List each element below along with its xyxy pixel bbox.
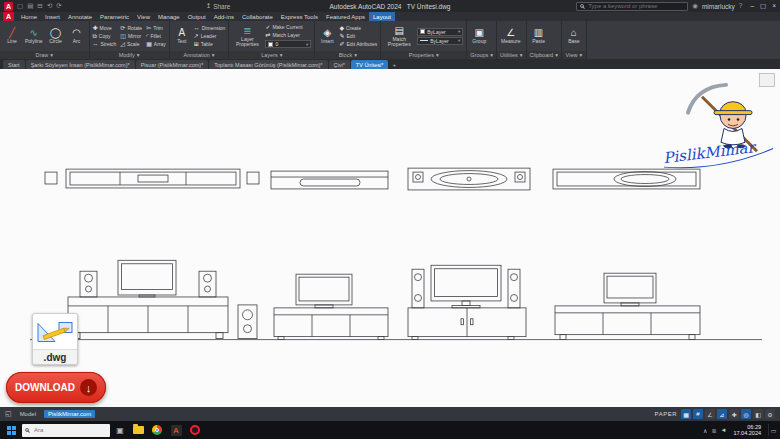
tab-manage[interactable]: Manage [154,12,184,21]
panel-annotation-footer[interactable]: Annotation ▾ [170,51,229,59]
fillet-tool[interactable]: ◜Fillet [146,33,166,40]
panel-properties-footer[interactable]: Properties ▾ [381,51,466,59]
scale-tool[interactable]: ◿Scale [120,41,142,48]
close-button[interactable]: × [772,2,776,10]
trim-tool[interactable]: ✂Trim [146,25,166,32]
tv-unit-top-view-4[interactable] [553,169,700,189]
table-tool[interactable]: ⊞Table [194,41,226,48]
tab-featured-apps[interactable]: Featured Apps [322,12,369,21]
layer-properties-tool[interactable]: ≣ Layer Properties [232,22,262,50]
minimize-button[interactable]: – [750,2,754,10]
help-icon[interactable]: ? [739,0,743,12]
chrome-icon[interactable] [149,422,165,438]
taskbar-search-input[interactable] [32,426,107,434]
arc-tool[interactable]: ◠ Arc [68,22,86,50]
edit-block-tool[interactable]: ✎Edit [339,33,377,40]
match-properties-tool[interactable]: ▤ Match Properties [384,22,414,50]
polyline-tool[interactable]: ∿ Polyline [24,22,44,50]
help-search-box[interactable] [576,2,688,11]
task-view-icon[interactable]: ▣ [113,423,127,437]
tracking-icon[interactable]: ◎ [741,409,751,419]
model-space-icon[interactable]: ◱ [5,410,12,418]
user-avatar-icon[interactable]: ◉ [692,0,698,12]
undo-icon[interactable]: ⟲ [47,0,52,12]
dimension-tool[interactable]: ↔Dimension [194,25,226,32]
username[interactable]: mimarlucky [702,3,735,10]
tab-insert[interactable]: Insert [41,12,64,21]
model-tab[interactable]: Model [16,410,40,418]
make-current-tool[interactable]: ✓Make Current [265,24,311,31]
layer-dropdown[interactable]: 0 ▾ [265,40,311,48]
tv-unit-front-view-1[interactable] [68,260,257,338]
group-tool[interactable]: ▣ Group [470,22,488,50]
tv-unit-top-view-2[interactable] [271,171,388,189]
circle-tool[interactable]: ◯ Circle [47,22,65,50]
snap-toggle-icon[interactable]: # [693,409,703,419]
panel-layers-footer[interactable]: Layers ▾ [229,51,314,59]
network-icon[interactable]: ≋ [711,427,716,434]
tab-collaborate[interactable]: Collaborate [238,12,277,21]
panel-clipboard-footer[interactable]: Clipboard ▾ [527,51,561,59]
array-tool[interactable]: ▦Array [146,41,166,48]
autocad-taskbar-icon[interactable]: A [168,422,184,438]
tab-annotate[interactable]: Annotate [64,12,96,21]
grid-toggle-icon[interactable]: ▦ [681,409,691,419]
panel-block-footer[interactable]: Block ▾ [315,51,380,59]
base-view-tool[interactable]: ⌂ Base [565,22,583,50]
ortho-toggle-icon[interactable]: ⊿ [717,409,727,419]
tab-parametric[interactable]: Parametric [96,12,133,21]
doc-tab-1[interactable]: Şarkı Söyleyen İnsan (PislikMimar.com)* [26,60,135,69]
edit-attributes-tool[interactable]: ✐Edit Attributes [339,41,377,48]
doc-tab-tv-unitesi[interactable]: TV Ünitesi* [351,60,389,69]
tv-unit-front-view-4[interactable] [555,273,700,339]
panel-modify-footer[interactable]: Modify ▾ [90,51,169,59]
start-button[interactable] [3,422,19,438]
settings-gear-icon[interactable]: ⚙ [765,409,775,419]
file-explorer-icon[interactable] [130,422,146,438]
object-snap-icon[interactable]: ✚ [729,409,739,419]
object-color-dropdown[interactable]: ByLayer ▾ [417,28,463,36]
copy-tool[interactable]: ⧉Copy [93,33,117,40]
annotation-scale-icon[interactable]: ◧ [753,409,763,419]
redo-icon[interactable]: ⟳ [56,0,61,12]
navigation-widget[interactable] [759,73,775,87]
drawing-canvas[interactable]: PislikMimar .dwg DOWNLOAD ↓ [0,69,780,407]
save-icon[interactable]: ⊟ [37,0,42,12]
share-button[interactable]: ↥ Share [206,2,231,10]
text-tool[interactable]: A Text [173,22,191,50]
doc-tab-3[interactable]: Toplantı Masası Görünüş (PislikMimar.com… [209,60,327,69]
match-layer-tool[interactable]: ⇄Match Layer [265,32,311,39]
insert-block-tool[interactable]: ◈ Insert [318,22,336,50]
mirror-tool[interactable]: ◫Mirror [120,33,142,40]
notification-center-icon[interactable]: ▭ [768,424,778,436]
polar-tracking-icon[interactable]: ∠ [705,409,715,419]
doc-tab-2[interactable]: Pisuar (PislikMimar.com)* [136,60,209,69]
tab-start[interactable]: Start [3,60,25,69]
paste-tool[interactable]: ▥ Paste [530,22,548,50]
taskbar-clock[interactable]: 06:29 17.04.2024 [730,424,764,437]
stretch-tool[interactable]: ⇔Stretch [93,41,117,48]
download-button[interactable]: DOWNLOAD ↓ [6,372,106,403]
layout-tab-pislikmimar[interactable]: PislikMimar.com [44,410,95,418]
help-search-input[interactable] [586,2,684,10]
tab-layout[interactable]: Layout [369,12,395,21]
tv-unit-top-view-1[interactable] [45,169,259,188]
create-block-tool[interactable]: ◆Create [339,25,377,32]
tab-addins[interactable]: Add-ins [210,12,238,21]
measure-tool[interactable]: ∠ Measure [500,22,521,50]
rotate-tool[interactable]: ⟳Rotate [120,25,142,32]
tab-home[interactable]: Home [17,12,41,21]
panel-view-footer[interactable]: View ▾ [562,51,586,59]
new-file-icon[interactable]: ▢ [17,0,23,12]
line-tool[interactable]: ╱ Line [3,22,21,50]
volume-icon[interactable]: ◄ [721,427,727,433]
panel-utilities-footer[interactable]: Utilities ▾ [497,51,526,59]
open-file-icon[interactable]: ▤ [27,0,33,12]
autocad-logo-icon[interactable]: A [4,2,13,11]
tv-unit-front-view-2[interactable] [274,274,388,339]
doc-tab-4[interactable]: Çivi* [329,60,350,69]
tv-unit-top-view-3[interactable] [408,168,530,190]
panel-groups-footer[interactable]: Groups ▾ [467,51,496,59]
panel-draw-footer[interactable]: Draw ▾ [0,51,89,59]
move-tool[interactable]: ✚Move [93,25,117,32]
